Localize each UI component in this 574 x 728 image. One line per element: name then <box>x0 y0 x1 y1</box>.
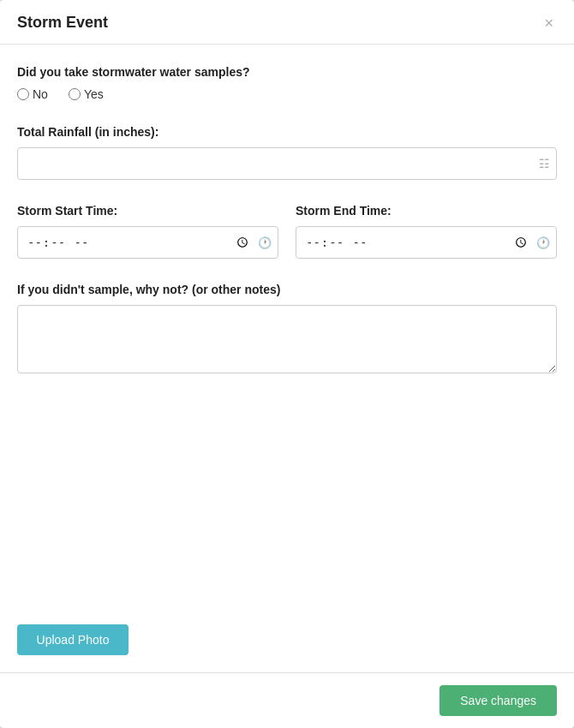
start-time-label: Storm Start Time: <box>17 204 278 218</box>
notes-label: If you didn't sample, why not? (or other… <box>17 283 557 296</box>
upload-section: Upload Photo <box>17 607 557 655</box>
rainfall-group: Total Rainfall (in inches): ☷ <box>17 125 557 180</box>
radio-yes-label[interactable]: Yes <box>69 87 104 101</box>
radio-yes[interactable] <box>69 88 81 100</box>
radio-no-label[interactable]: No <box>17 87 48 101</box>
upload-photo-button[interactable]: Upload Photo <box>17 624 129 655</box>
end-time-label: Storm End Time: <box>296 204 557 218</box>
radio-yes-text: Yes <box>84 87 104 101</box>
time-group: Storm Start Time: Storm End Time: <box>17 204 557 259</box>
samples-radio-group: No Yes <box>17 87 557 101</box>
modal-header: Storm Event × <box>0 0 574 45</box>
modal-title: Storm Event <box>17 14 108 32</box>
notes-textarea[interactable] <box>17 305 557 373</box>
rainfall-label: Total Rainfall (in inches): <box>17 125 557 139</box>
spacer <box>17 401 557 607</box>
end-time-input[interactable] <box>296 226 557 259</box>
start-time-input[interactable] <box>17 226 278 259</box>
end-time-group: Storm End Time: <box>296 204 557 259</box>
samples-label: Did you take stormwater water samples? <box>17 65 557 79</box>
rainfall-input[interactable] <box>17 147 557 180</box>
notes-group: If you didn't sample, why not? (or other… <box>17 283 557 377</box>
close-button[interactable]: × <box>541 15 557 31</box>
rainfall-input-wrapper: ☷ <box>17 147 557 180</box>
start-time-wrapper <box>17 226 278 259</box>
radio-no-text: No <box>33 87 48 101</box>
radio-no[interactable] <box>17 88 29 100</box>
modal-body: Did you take stormwater water samples? N… <box>0 45 574 672</box>
samples-group: Did you take stormwater water samples? N… <box>17 65 557 101</box>
modal-container: Storm Event × Did you take stormwater wa… <box>0 0 574 728</box>
end-time-wrapper <box>296 226 557 259</box>
modal-footer: Save changes <box>0 672 574 728</box>
save-changes-button[interactable]: Save changes <box>439 685 557 716</box>
start-time-group: Storm Start Time: <box>17 204 278 259</box>
